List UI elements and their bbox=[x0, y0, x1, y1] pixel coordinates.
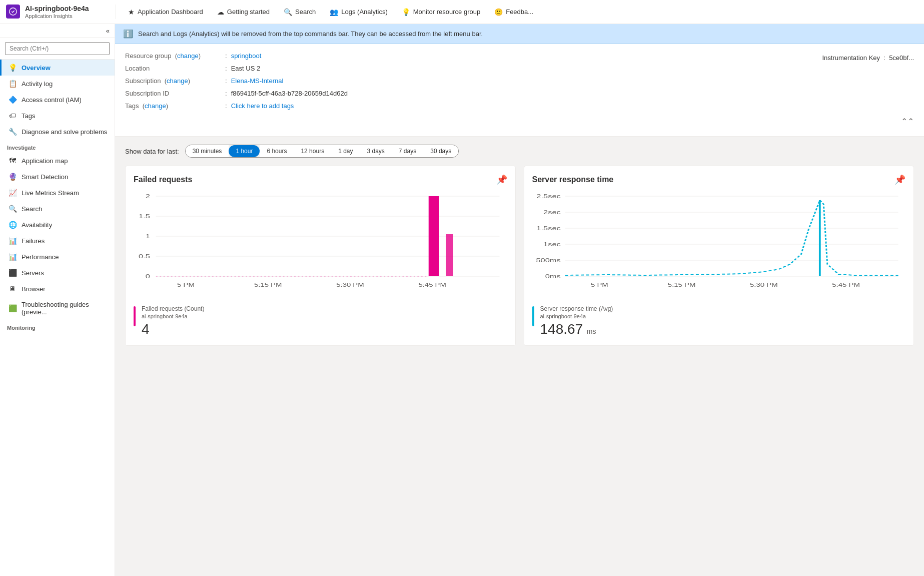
location-label: Location bbox=[125, 65, 225, 72]
sidebar-item-smart-detection[interactable]: 🔮 Smart Detection bbox=[0, 169, 115, 185]
server-response-value: 148.67 bbox=[540, 321, 583, 337]
time-pill-30min[interactable]: 30 minutes bbox=[186, 145, 229, 157]
nav-logs-analytics[interactable]: 👥 Logs (Analytics) bbox=[324, 5, 393, 19]
subscription-id-label: Subscription ID bbox=[125, 90, 225, 97]
tags-value[interactable]: Click here to add tags bbox=[231, 102, 294, 110]
sidebar-item-access-control-label: Access control (IAM) bbox=[22, 96, 82, 104]
sidebar-item-access-control[interactable]: 🔷 Access control (IAM) bbox=[0, 92, 115, 108]
app-name: AI-springboot-9e4a bbox=[25, 5, 89, 13]
app-header: AI-springboot-9e4a Application Insights bbox=[6, 5, 116, 19]
svg-text:5:45 PM: 5:45 PM bbox=[832, 282, 860, 288]
activity-log-icon: 📋 bbox=[9, 80, 17, 88]
sidebar-item-troubleshooting[interactable]: 🟩 Troubleshooting guides (previe... bbox=[0, 297, 115, 320]
monitor-icon: 💡 bbox=[402, 8, 410, 16]
subscription-change-link[interactable]: change bbox=[167, 77, 188, 85]
time-selector-section: Show data for last: 30 minutes 1 hour 6 … bbox=[115, 137, 924, 162]
svg-text:1: 1 bbox=[146, 233, 150, 240]
instrumentation-key-value: 5ce0bf... bbox=[889, 54, 914, 62]
cloud-icon: ☁ bbox=[217, 8, 224, 16]
svg-text:0ms: 0ms bbox=[545, 273, 560, 280]
server-response-legend-label: Server response time (Avg) bbox=[540, 305, 613, 312]
diagnose-icon: 🔧 bbox=[9, 128, 17, 136]
sidebar-item-diagnose[interactable]: 🔧 Diagnose and solve problems bbox=[0, 124, 115, 140]
svg-text:500ms: 500ms bbox=[536, 257, 560, 264]
svg-rect-14 bbox=[432, 219, 436, 276]
time-pills: 30 minutes 1 hour 6 hours 12 hours 1 day… bbox=[185, 145, 459, 158]
nav-app-dashboard-label: Application Dashboard bbox=[138, 8, 203, 16]
time-pill-12hours[interactable]: 12 hours bbox=[294, 145, 331, 157]
sidebar-item-activity-log-label: Activity log bbox=[22, 80, 53, 88]
sidebar-item-application-map[interactable]: 🗺 Application map bbox=[0, 153, 115, 169]
svg-text:5:15 PM: 5:15 PM bbox=[667, 282, 695, 288]
svg-text:5:15 PM: 5:15 PM bbox=[254, 282, 282, 288]
time-pill-1hour[interactable]: 1 hour bbox=[229, 145, 260, 157]
info-banner-text: Search and Logs (Analytics) will be remo… bbox=[138, 30, 483, 38]
failed-requests-chart-title: Failed requests bbox=[134, 175, 192, 184]
svg-text:2sec: 2sec bbox=[543, 209, 561, 216]
nav-app-dashboard[interactable]: ★ Application Dashboard bbox=[122, 5, 209, 19]
sidebar-item-overview[interactable]: 💡 Overview bbox=[0, 60, 115, 76]
nav-monitor-resource[interactable]: 💡 Monitor resource group bbox=[396, 5, 486, 19]
sidebar-item-failures[interactable]: 📊 Failures bbox=[0, 233, 115, 249]
live-metrics-icon: 📈 bbox=[9, 189, 17, 197]
tags-change-link[interactable]: change bbox=[145, 102, 166, 110]
sidebar-item-browser[interactable]: 🖥 Browser bbox=[0, 281, 115, 297]
nav-getting-started[interactable]: ☁ Getting started bbox=[211, 5, 276, 19]
instrumentation-key-label: Instrumentation Key : 5ce0bf... bbox=[822, 54, 914, 62]
resource-group-label: Resource group (change) bbox=[125, 52, 225, 60]
resource-top: Resource group (change) : springboot Loc… bbox=[125, 52, 914, 115]
search-nav-icon: 🔍 bbox=[284, 8, 292, 16]
nav-feedback[interactable]: 🙂 Feedba... bbox=[488, 5, 539, 19]
collapse-section-button[interactable]: ⌃⌃ bbox=[125, 115, 914, 128]
overview-icon: 💡 bbox=[9, 64, 17, 72]
nav-feedback-label: Feedba... bbox=[506, 8, 533, 16]
layout: « 💡 Overview 📋 Activity log 🔷 Access con… bbox=[0, 24, 924, 576]
resource-group-change-link[interactable]: change bbox=[177, 52, 199, 60]
time-pill-3days[interactable]: 3 days bbox=[360, 145, 392, 157]
collapse-chevron-icon: ⌃⌃ bbox=[901, 117, 914, 126]
nav-search[interactable]: 🔍 Search bbox=[278, 5, 322, 19]
sidebar-item-browser-label: Browser bbox=[22, 285, 46, 293]
sidebar-item-search[interactable]: 🔍 Search bbox=[0, 201, 115, 217]
failed-requests-legend-label: Failed requests (Count) bbox=[142, 305, 204, 312]
sidebar-search-input[interactable] bbox=[5, 42, 110, 55]
sidebar-item-tags-label: Tags bbox=[22, 112, 35, 120]
sidebar-item-overview-label: Overview bbox=[22, 64, 51, 72]
time-pill-30days[interactable]: 30 days bbox=[423, 145, 458, 157]
top-bar: AI-springboot-9e4a Application Insights … bbox=[0, 0, 924, 24]
sidebar-item-performance[interactable]: 📊 Performance bbox=[0, 249, 115, 265]
sidebar-item-tags[interactable]: 🏷 Tags bbox=[0, 108, 115, 124]
resource-group-value[interactable]: springboot bbox=[231, 52, 262, 60]
server-response-footer: Server response time (Avg) ai-springboot… bbox=[532, 305, 906, 337]
sidebar-item-live-metrics[interactable]: 📈 Live Metrics Stream bbox=[0, 185, 115, 201]
subscription-value[interactable]: Elena-MS-Internal bbox=[231, 77, 284, 85]
app-subtitle: Application Insights bbox=[25, 13, 89, 19]
resource-section: Resource group (change) : springboot Loc… bbox=[115, 44, 924, 137]
svg-text:0.5: 0.5 bbox=[139, 253, 150, 260]
info-banner: ℹ️ Search and Logs (Analytics) will be r… bbox=[115, 24, 924, 44]
sidebar-item-availability[interactable]: 🌐 Availability bbox=[0, 217, 115, 233]
server-response-legend-info: Server response time (Avg) ai-springboot… bbox=[540, 305, 613, 337]
sidebar-item-diagnose-label: Diagnose and solve problems bbox=[22, 128, 107, 136]
sidebar-item-activity-log[interactable]: 📋 Activity log bbox=[0, 76, 115, 92]
charts-area: Failed requests 📌 2 1.5 1 0.5 0 bbox=[115, 162, 924, 356]
sidebar-item-search-label: Search bbox=[22, 205, 42, 213]
sidebar-item-application-map-label: Application map bbox=[22, 157, 68, 165]
subscription-label: Subscription (change) bbox=[125, 77, 225, 85]
sidebar-collapse-button[interactable]: « bbox=[0, 24, 115, 38]
time-pill-1day[interactable]: 1 day bbox=[331, 145, 360, 157]
info-icon: ℹ️ bbox=[123, 29, 133, 39]
svg-text:5 PM: 5 PM bbox=[590, 282, 608, 288]
sidebar-item-servers[interactable]: ⬛ Servers bbox=[0, 265, 115, 281]
pin-server-response-icon[interactable]: 📌 bbox=[894, 174, 905, 185]
servers-icon: ⬛ bbox=[9, 269, 17, 277]
pin-failed-requests-icon[interactable]: 📌 bbox=[496, 174, 507, 185]
time-pill-6hours[interactable]: 6 hours bbox=[260, 145, 294, 157]
svg-text:1.5: 1.5 bbox=[139, 213, 150, 220]
server-response-chart-title: Server response time bbox=[532, 175, 614, 184]
svg-text:1sec: 1sec bbox=[543, 241, 561, 248]
logs-icon: 👥 bbox=[330, 8, 338, 16]
svg-text:5 PM: 5 PM bbox=[177, 282, 195, 288]
location-row: Location : East US 2 bbox=[125, 65, 348, 72]
time-pill-7days[interactable]: 7 days bbox=[392, 145, 423, 157]
